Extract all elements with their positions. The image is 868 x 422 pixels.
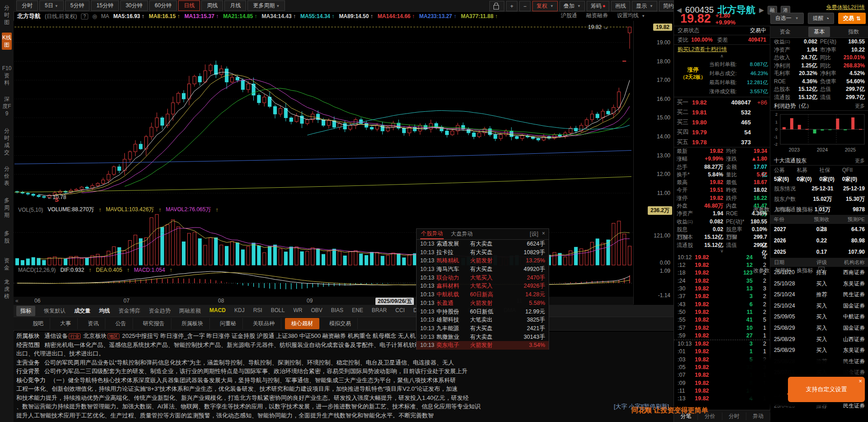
order-book-row[interactable]: 买二19.81 532 xyxy=(674,107,770,117)
info-tab[interactable]: 股吧 xyxy=(26,318,50,329)
indicator-tab[interactable]: KDJ xyxy=(234,307,245,315)
help-icon[interactable]: ? xyxy=(81,14,88,19)
indicator-tab[interactable]: CCI xyxy=(395,307,405,315)
indicator-tab[interactable]: 均线 xyxy=(99,307,110,315)
indicator-tab[interactable]: BIAS xyxy=(331,307,343,315)
order-book-row[interactable]: 买一19.82 408047+86 xyxy=(674,97,770,107)
tick-tab[interactable]: 异动 xyxy=(746,413,770,420)
watchlist-button[interactable]: 自选一▼ xyxy=(770,13,804,24)
change-params-button[interactable]: 改参数 xyxy=(753,206,769,213)
chart-tool-button[interactable] xyxy=(489,1,504,11)
sidebar-item[interactable]: 分价表 xyxy=(2,164,12,188)
sidebar-item[interactable]: F10资料 xyxy=(2,63,12,88)
info-tab[interactable]: 大事 xyxy=(54,318,78,329)
sidebar-item[interactable]: 分时成交 xyxy=(2,126,12,157)
buy-l2-link[interactable]: 购买L2查看十档行情 xyxy=(678,46,727,53)
tab-indicator-lead[interactable]: 指标 xyxy=(16,306,35,316)
link-rongzirongquan[interactable]: 融资融券 xyxy=(586,12,608,19)
period-button[interactable]: 5日▼ xyxy=(39,0,64,11)
fundamental-tab[interactable]: 指数 xyxy=(843,27,864,37)
info-tab[interactable]: 资讯 xyxy=(81,318,105,329)
sidebar-item[interactable]: 多周期 xyxy=(2,195,12,220)
info-tab[interactable]: 关联品种 xyxy=(247,318,281,329)
close-icon[interactable]: × xyxy=(818,267,825,275)
order-book-row[interactable]: 买三19.80 465 xyxy=(674,117,770,127)
switch-indicator-button[interactable]: 换指标 xyxy=(797,267,813,275)
chart-tool-button[interactable]: 显示 ▼ xyxy=(632,1,657,11)
fundamental-tab[interactable]: 基本 xyxy=(808,27,830,37)
info-tab[interactable]: 研究报告 xyxy=(137,318,171,329)
period-button[interactable]: 15分钟 xyxy=(91,0,119,11)
period-button[interactable]: 月线 xyxy=(224,0,246,11)
chart-tool-button[interactable]: 复权 ▼ xyxy=(532,1,558,11)
f10-board[interactable]: 北京板块 xyxy=(83,332,107,339)
collapse-chevron-icon[interactable]: ∨ xyxy=(674,249,770,254)
sidebar-item[interactable]: 分时图 xyxy=(2,3,12,27)
trade-button[interactable]: 交易⇅ xyxy=(838,13,866,24)
indicator-tab[interactable]: RSI xyxy=(253,307,262,315)
add-indicator-button[interactable]: 加指标 xyxy=(775,267,791,275)
alert-row[interactable]: 10:13 奕东电子 火箭发射 3.54% xyxy=(417,341,549,350)
indicator-tab[interactable]: 两融差额 xyxy=(179,307,201,315)
alert-row[interactable]: 10:13 鑫科材料 大笔买入 24926手 xyxy=(417,282,549,290)
more-link[interactable]: 更多 xyxy=(855,157,865,164)
settings-icon[interactable]: [设] xyxy=(530,230,538,238)
tab-market-alerts[interactable]: 大盘异动 xyxy=(450,229,474,239)
indicator-tab[interactable]: ENE xyxy=(352,307,363,315)
indicator-tab[interactable]: BOLL xyxy=(271,307,285,315)
period-button[interactable]: 30分钟 xyxy=(120,0,148,11)
add-indicator-button[interactable]: 加指标 xyxy=(775,206,791,213)
chart-tool-button[interactable]: 叠加 ▼ xyxy=(560,1,585,11)
indicator-tab[interactable]: 成交量 xyxy=(74,307,90,315)
order-book-row[interactable]: 买五19.78 373 xyxy=(674,137,770,147)
indicator-tab[interactable]: MACD xyxy=(209,307,226,315)
alert-row[interactable]: 10:13 中航机载 60日新高 14.28元 xyxy=(417,290,549,299)
alert-row[interactable]: 10:13 长盈通 火箭发射 5.58% xyxy=(417,299,549,308)
info-tab[interactable]: 所属板块 xyxy=(175,318,210,329)
sidebar-item[interactable]: K线图 xyxy=(2,33,12,50)
alert-row[interactable]: 10:13 海马汽车 有大买盘 49920手 xyxy=(417,265,549,274)
alert-row[interactable]: 10:13 凯格精机 火箭发射 13.25% xyxy=(417,256,549,265)
chart-tool-button[interactable]: − xyxy=(519,1,531,11)
sidebar-item[interactable]: 资金 xyxy=(2,256,12,273)
next-stock-icon[interactable]: ▶ xyxy=(759,6,764,14)
indicator-tab[interactable]: 恢复默认 xyxy=(44,307,66,315)
alert-row[interactable]: 10:13 九丰能源 有大买盘 2421手 xyxy=(417,324,549,333)
period-button[interactable]: 周线 xyxy=(201,0,223,11)
alert-row[interactable]: 10:13 雄塑科技 大笔卖出 3825手 xyxy=(417,316,549,324)
info-tab[interactable]: 问董秘 xyxy=(213,318,243,329)
period-button[interactable]: 分时 xyxy=(16,0,38,11)
switch-indicator-button[interactable]: 换指标 xyxy=(797,206,813,213)
order-book-row[interactable]: 买四19.79 54 xyxy=(674,127,770,137)
close-icon[interactable]: × xyxy=(818,206,825,213)
alert-row[interactable]: 10:13 索通发展 有大卖盘 6624手 xyxy=(417,240,549,248)
link-hugutong[interactable]: 沪股通 xyxy=(561,12,577,19)
period-button[interactable]: 60分钟 xyxy=(149,0,177,11)
link-set-ma[interactable]: 设置均线 ▼ xyxy=(617,12,645,19)
period-button[interactable]: 更多周期▼ xyxy=(247,0,285,11)
sidebar-item[interactable]: 多股 xyxy=(2,228,12,246)
tip-popup[interactable]: 支持自定义设置 × xyxy=(788,377,865,402)
l2-trial-link[interactable]: 免费体验L2行情 xyxy=(826,4,865,11)
close-icon[interactable]: × xyxy=(542,230,545,238)
change-params-button[interactable]: 改参数 xyxy=(753,267,769,275)
alert-row[interactable]: 10:13 联合动力 大笔买入 2470手 xyxy=(417,274,549,282)
kline-pane[interactable]: 19.82 →←10.78S xyxy=(14,21,633,205)
alert-row[interactable]: 10:13 凯撒旅业 有大卖盘 30143手 xyxy=(417,333,549,341)
more-link[interactable]: 更多 xyxy=(855,103,865,109)
period-button[interactable]: 5分钟 xyxy=(65,0,90,11)
alert-row[interactable]: 10:13 中持股份 60日新低 12.99元 xyxy=(417,308,549,316)
tab-stock-alerts[interactable]: 个股异动 xyxy=(420,229,444,239)
indicator-tab[interactable]: 资金趋势 xyxy=(149,307,171,315)
close-icon[interactable]: × xyxy=(859,378,862,384)
scroll-left-icon[interactable]: « xyxy=(15,298,19,304)
sidebar-item[interactable]: 深度F9 xyxy=(2,94,12,119)
info-tab[interactable]: 公告 xyxy=(109,318,133,329)
indicator-tab[interactable]: 资金博弈 xyxy=(119,307,140,315)
alert-row[interactable]: 10:13 拉卡拉 有大买盘 10829手 xyxy=(417,248,549,257)
fundamental-tab[interactable]: 资金 xyxy=(774,27,796,37)
indicator-tab[interactable]: OBV xyxy=(311,307,322,315)
tick-tab[interactable]: 分时 xyxy=(722,413,746,420)
gear-icon[interactable]: ◎ xyxy=(92,13,97,19)
period-button[interactable]: 日线 xyxy=(178,0,200,11)
